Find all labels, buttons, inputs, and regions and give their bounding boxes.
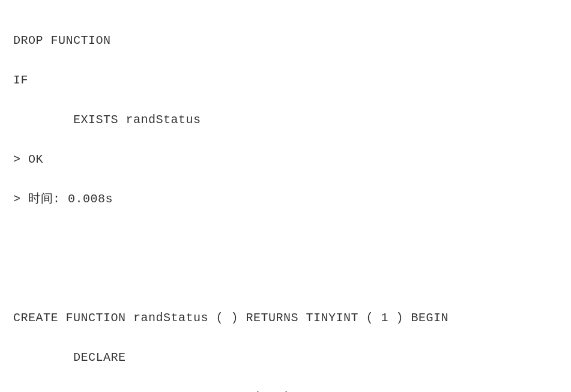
sql-output-console: DROP FUNCTION IF EXISTS randStatus > OK …	[13, 11, 558, 392]
result-time: > 时间: 0.008s	[13, 189, 558, 209]
sql-line: DROP FUNCTION	[13, 31, 558, 50]
sql-line: CREATE FUNCTION randStatus ( ) RETURNS T…	[13, 308, 558, 328]
sql-line: IF	[13, 70, 558, 90]
sql-line: user_status INT ( 1 ) DEFAULT 0;	[13, 387, 558, 392]
blank-line	[13, 268, 558, 288]
blank-line	[13, 229, 558, 249]
result-status: > OK	[13, 149, 558, 169]
sql-line: EXISTS randStatus	[13, 110, 558, 130]
sql-line: DECLARE	[13, 348, 558, 367]
